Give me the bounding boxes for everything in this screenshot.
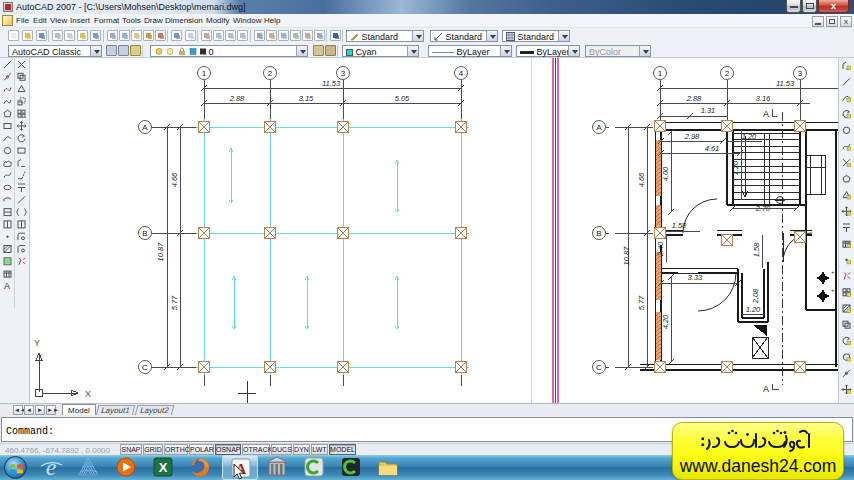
svg-text:2.40: 2.40 — [656, 241, 665, 257]
svg-text:A: A — [763, 384, 769, 394]
svg-text:5.77: 5.77 — [637, 295, 646, 310]
svg-text:4.66: 4.66 — [170, 172, 179, 187]
svg-text:4: 4 — [459, 69, 464, 78]
svg-text:C: C — [596, 363, 602, 372]
svg-text:B: B — [596, 229, 601, 238]
svg-text:2.88: 2.88 — [686, 94, 702, 103]
svg-text:1.20: 1.20 — [742, 132, 757, 141]
svg-text:Y: Y — [34, 338, 40, 348]
svg-text:3.16: 3.16 — [756, 94, 771, 103]
svg-text:2.08: 2.08 — [751, 288, 760, 304]
svg-text:3.15: 3.15 — [299, 94, 314, 103]
svg-text:4.20: 4.20 — [661, 314, 670, 329]
svg-text:e: e — [46, 456, 57, 479]
svg-text:1: 1 — [202, 69, 207, 78]
svg-text:X: X — [85, 389, 91, 399]
svg-text:2: 2 — [268, 69, 273, 78]
svg-text:B: B — [142, 229, 147, 238]
svg-text:11.53: 11.53 — [322, 79, 341, 88]
svg-text:+: + — [831, 269, 835, 275]
svg-text:www.danesh24.com: www.danesh24.com — [679, 456, 837, 476]
svg-text:2: 2 — [725, 69, 730, 78]
svg-text:A: A — [763, 109, 769, 119]
svg-text:4.66: 4.66 — [637, 172, 646, 187]
svg-text:C: C — [142, 363, 148, 372]
svg-text:11.53: 11.53 — [776, 79, 795, 88]
svg-text:1.20: 1.20 — [746, 305, 761, 314]
svg-text:1.58: 1.58 — [672, 221, 687, 230]
svg-text:5.77: 5.77 — [170, 295, 179, 310]
svg-text:10.87: 10.87 — [622, 246, 631, 266]
svg-text:4.61: 4.61 — [705, 144, 720, 153]
svg-text:2.98: 2.98 — [684, 132, 700, 141]
svg-text:4.00: 4.00 — [661, 166, 670, 181]
svg-text:10.87: 10.87 — [156, 242, 165, 262]
svg-text:1: 1 — [658, 69, 663, 78]
svg-text:X: X — [159, 460, 168, 475]
svg-text:A: A — [596, 123, 602, 132]
svg-text:A: A — [4, 281, 10, 291]
svg-text:A: A — [142, 123, 148, 132]
svg-text:1.31: 1.31 — [701, 106, 716, 115]
svg-text:1.58: 1.58 — [752, 242, 761, 257]
svg-text:3: 3 — [341, 69, 346, 78]
svg-text:1.20: 1.20 — [731, 160, 740, 175]
svg-text:5.05: 5.05 — [395, 94, 410, 103]
svg-text:+: + — [831, 287, 835, 293]
svg-text:3: 3 — [798, 69, 803, 78]
svg-text:2.88: 2.88 — [229, 94, 245, 103]
svg-text:3.33: 3.33 — [688, 273, 703, 282]
